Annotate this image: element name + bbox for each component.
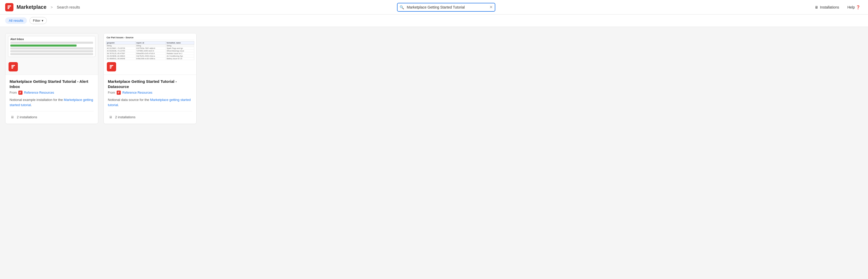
preview-ds-title: Car Part Issues - Source	[106, 35, 194, 40]
installations-icon: 🖥	[815, 5, 818, 9]
preview-rows	[10, 42, 93, 55]
preview-row-1	[10, 42, 93, 44]
header-actions: 🖥 Installations Help ❓	[812, 4, 863, 11]
preview-app-icon-alert	[8, 62, 18, 72]
preview-ds-row: 40.3125667,-79.297330107503e-7897-4db9-8…	[106, 47, 194, 50]
preview-ds-cell: Battery issue for 20	[166, 57, 194, 60]
help-button[interactable]: Help ❓	[845, 4, 863, 11]
installations-label: Installations	[820, 5, 839, 9]
preview-ds-row: 40.9328336,-73.107947cf76f63-2095-4d15-9…	[106, 50, 194, 52]
installs-icon-alert: 🖥	[9, 114, 15, 119]
preview-alert-title: Alert Inbox	[10, 38, 93, 40]
preview-th-name: formatted_name	[166, 41, 194, 45]
card-from-link-ds[interactable]: Reference Resources	[122, 91, 152, 94]
main-content: Alert Inbox Marketplace Getting Started …	[0, 27, 868, 277]
card-title-ds: Marketplace Getting Started Tutorial - D…	[108, 79, 192, 89]
card-body-ds: Marketplace Getting Started Tutorial - D…	[104, 75, 196, 124]
card-desc-start-ds: Notional data source for the	[108, 98, 150, 102]
breadcrumb-separator: >	[51, 5, 53, 9]
breadcrumb-text: Search results	[57, 5, 80, 9]
preview-ds-cell: f34ba395-d145-47d3-9	[135, 52, 165, 55]
search-input[interactable]	[397, 3, 495, 12]
marketplace-link[interactable]: Marketplace	[17, 4, 46, 10]
preview-ds-row: 38.7879115,-85.47567f34ba395-d145-47d3-9…	[106, 52, 194, 55]
card-from-ds: From Reference Resources	[108, 91, 192, 95]
preview-ds-inner: Car Part Issues - Source geopoint report…	[104, 33, 196, 62]
card-from-logo-ds	[117, 91, 121, 95]
preview-th-report: report_id	[135, 41, 165, 45]
card-desc-start-alert: Notional example installation for the	[9, 98, 64, 102]
preview-row-3	[10, 47, 93, 50]
preview-ds-cell: b49b1906-ec30-4288-a	[135, 57, 165, 60]
preview-ds-row: 28.1523836,-82.4881331b79c51-2933-44cd-a…	[106, 55, 194, 57]
preview-ds-cell: 0107503e-7897-4db9-8	[135, 47, 165, 50]
preview-type-report: String	[135, 45, 165, 47]
search-container: 🔍 ✕	[397, 3, 495, 12]
preview-ds-cell: Air Conditioning Sys	[166, 55, 194, 57]
search-icon: 🔍	[400, 5, 404, 9]
installs-count-alert: 2 installations	[17, 115, 37, 119]
card-from-alert: From Reference Resources	[9, 91, 94, 95]
card-preview-alert: Alert Inbox	[5, 33, 98, 75]
preview-ds-row: 30.4688542,-90.84648b49b1906-ec30-4288-a…	[106, 57, 194, 60]
card-datasource[interactable]: Car Part Issues - Source geopoint report…	[103, 33, 196, 124]
preview-ds-cell: 31b79c51-2933-44cd-a	[135, 55, 165, 57]
card-preview-ds: Car Part Issues - Source geopoint report…	[104, 33, 196, 75]
app-logo	[5, 3, 13, 11]
preview-alert-bar: Alert Inbox	[8, 36, 95, 57]
card-body-alert: Marketplace Getting Started Tutorial - A…	[5, 75, 98, 124]
card-title-alert: Marketplace Getting Started Tutorial - A…	[9, 79, 94, 89]
preview-ds-cell: 28.1523836,-82.48813	[106, 55, 135, 57]
preview-type-name: String	[166, 45, 194, 47]
filter-label: Filter	[33, 19, 40, 23]
card-from-link-alert[interactable]: Reference Resources	[24, 91, 54, 94]
card-alert-inbox[interactable]: Alert Inbox Marketplace Getting Started …	[5, 33, 98, 124]
help-label: Help	[847, 5, 855, 9]
preview-ds-table: geopoint report_id formatted_name String…	[106, 41, 194, 60]
preview-ds-cell: 38.7879115,-85.47567	[106, 52, 135, 55]
header: Marketplace > Search results 🔍 ✕ 🖥 Insta…	[0, 0, 868, 15]
preview-ds-cell: Spark Plugs and Ign	[166, 47, 194, 50]
card-installs-alert: 🖥 2 installations	[9, 111, 94, 119]
preview-ds-cell: 40.3125667,-79.29733	[106, 47, 135, 50]
preview-th-geopoint: geopoint	[106, 41, 135, 45]
preview-ds-cell: Radiator issue for 2	[166, 52, 194, 55]
installs-icon-ds: 🖥	[108, 114, 113, 119]
card-description-alert: Notional example installation for the Ma…	[9, 97, 94, 107]
installs-count-ds: 2 installations	[115, 115, 135, 119]
search-clear-button[interactable]: ✕	[489, 5, 493, 9]
cards-grid: Alert Inbox Marketplace Getting Started …	[5, 33, 863, 124]
card-from-logo-alert	[18, 91, 23, 95]
preview-type-geopoint: String	[106, 45, 135, 47]
help-icon: ❓	[856, 5, 860, 9]
preview-row-2	[10, 45, 76, 47]
card-desc-end-alert: .	[31, 103, 32, 107]
all-results-button[interactable]: All results	[5, 17, 27, 24]
installations-button[interactable]: 🖥 Installations	[812, 4, 842, 11]
search-area: 🔍 ✕	[83, 3, 809, 12]
filter-button[interactable]: Filter ▾	[30, 17, 47, 24]
preview-ds-cell: 7cf76f63-2095-4d15-9	[135, 50, 165, 52]
toolbar: All results Filter ▾	[0, 15, 868, 27]
card-description-ds: Notional data source for the Marketplace…	[108, 97, 192, 107]
preview-ds-cell: Wheel Bearings issue	[166, 50, 194, 52]
card-from-label-ds: From	[108, 91, 115, 94]
preview-app-icon-ds	[107, 62, 116, 72]
card-desc-end-ds: .	[118, 103, 119, 107]
preview-row-4	[10, 50, 93, 52]
preview-ds-cell: 30.4688542,-90.84648	[106, 57, 135, 60]
filter-chevron-icon: ▾	[42, 19, 43, 23]
card-installs-ds: 🖥 2 installations	[108, 111, 192, 119]
preview-row-5	[10, 53, 93, 55]
preview-ds-cell: 40.9328336,-73.10794	[106, 50, 135, 52]
card-from-label: From	[9, 91, 17, 94]
